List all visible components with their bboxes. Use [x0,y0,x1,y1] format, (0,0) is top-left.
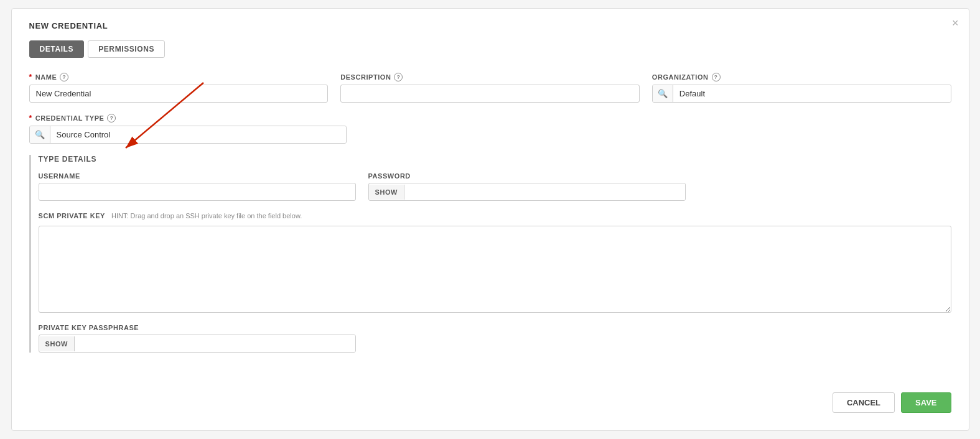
row-credential-type: * CREDENTIAL TYPE ? 🔍 [29,114,951,144]
group-organization: ORGANIZATION ? 🔍 [652,73,951,103]
organization-help-icon[interactable]: ? [712,73,721,81]
description-help-icon[interactable]: ? [394,73,403,81]
private-key-passphrase-label: PRIVATE KEY PASSPHRASE [39,324,356,331]
scm-private-key-textarea[interactable] [39,226,951,313]
type-details-title: TYPE DETAILS [39,155,951,164]
credential-type-input-wrapper: 🔍 [29,126,347,144]
description-input[interactable] [340,85,640,103]
row-username-password: USERNAME PASSWORD SHOW [39,172,951,201]
passphrase-show-button[interactable]: SHOW [39,336,75,351]
group-description: DESCRIPTION ? [340,73,640,103]
scm-label-row: SCM PRIVATE KEY HINT: Drag and drop an S… [39,212,951,220]
tab-permissions[interactable]: PERMISSIONS [88,40,165,58]
username-input[interactable] [39,183,356,201]
description-label: DESCRIPTION ? [340,73,640,81]
credential-type-label: * CREDENTIAL TYPE ? [29,114,347,122]
group-username: USERNAME [39,172,356,201]
tabs-container: DETAILS PERMISSIONS [29,40,951,58]
close-button[interactable]: × [952,17,959,29]
password-input-wrapper: SHOW [368,183,686,201]
footer-actions: CANCEL SAVE [29,380,951,413]
group-credential-type: * CREDENTIAL TYPE ? 🔍 [29,114,347,144]
credential-type-required-star: * [29,114,32,122]
group-password: PASSWORD SHOW [368,172,686,201]
credential-type-input[interactable] [50,126,346,143]
password-label-text: PASSWORD [368,172,411,180]
passphrase-input[interactable] [75,335,355,352]
name-required-star: * [29,73,32,81]
scm-private-key-label: SCM PRIVATE KEY [39,212,105,220]
credential-type-label-text: CREDENTIAL TYPE [35,114,105,122]
scm-private-key-hint: HINT: Drag and drop an SSH private key f… [111,212,302,220]
tab-details[interactable]: DETAILS [29,40,85,58]
type-details-section: TYPE DETAILS USERNAME PASSWORD SHOW [29,155,951,353]
modal-title: NEW CREDENTIAL [29,21,951,30]
group-scm-private-key: SCM PRIVATE KEY HINT: Drag and drop an S… [39,212,951,313]
group-name: * NAME ? [29,73,329,103]
name-help-icon[interactable]: ? [60,73,68,81]
username-label: USERNAME [39,172,356,180]
password-label: PASSWORD [368,172,686,180]
organization-label-text: ORGANIZATION [652,73,709,81]
private-key-passphrase-label-text: PRIVATE KEY PASSPHRASE [39,324,139,331]
new-credential-modal: × NEW CREDENTIAL DETAILS PERMISSIONS * N… [11,8,969,431]
name-label-text: NAME [35,73,57,81]
name-label: * NAME ? [29,73,329,81]
passphrase-input-wrapper: SHOW [39,335,356,353]
password-show-button[interactable]: SHOW [369,185,404,200]
credential-type-search-icon: 🔍 [30,126,50,143]
organization-label: ORGANIZATION ? [652,73,951,81]
cancel-button[interactable]: CANCEL [833,392,895,413]
password-input[interactable] [404,183,685,200]
organization-input[interactable] [673,85,951,102]
organization-search-icon: 🔍 [653,85,673,102]
row-name-desc-org: * NAME ? DESCRIPTION ? ORGANIZATION ? 🔍 [29,73,951,103]
save-button[interactable]: SAVE [901,392,951,413]
name-input[interactable] [29,85,329,103]
organization-input-wrapper: 🔍 [652,85,951,103]
group-private-key-passphrase: PRIVATE KEY PASSPHRASE SHOW [39,324,356,353]
username-label-text: USERNAME [39,172,80,180]
description-label-text: DESCRIPTION [340,73,391,81]
credential-type-help-icon[interactable]: ? [107,114,116,122]
